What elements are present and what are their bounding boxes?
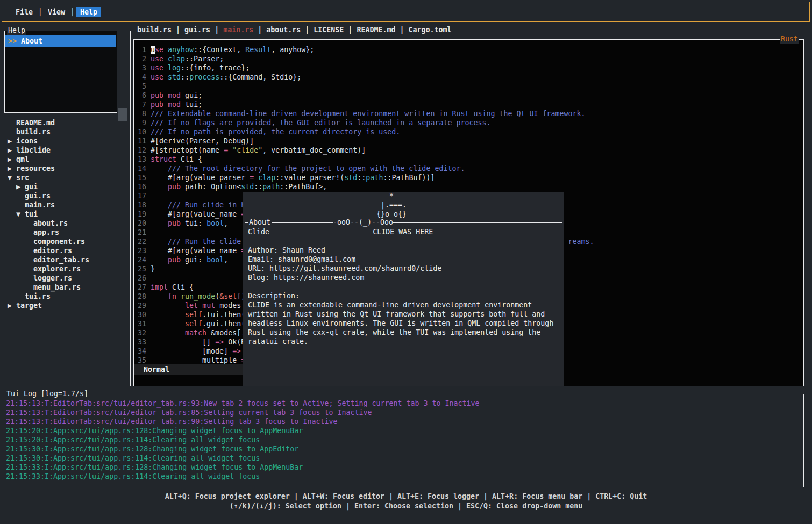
- explorer-item-label: libclide: [16, 146, 51, 154]
- log-lines[interactable]: 21:15:13:T:EditorTab:src/tui/editor_tab.…: [6, 399, 480, 481]
- explorer-item-main.rs[interactable]: main.rs: [8, 200, 89, 210]
- tab-gui.rs[interactable]: gui.rs: [184, 26, 210, 34]
- explorer-item-component.rs[interactable]: component.rs: [8, 237, 89, 246]
- explorer-item-tui[interactable]: ▼ tui: [8, 210, 89, 219]
- menu-item-view[interactable]: View: [44, 7, 69, 17]
- chevron-right-icon: ▶: [8, 146, 16, 154]
- explorer-item-label: menu_bar.rs: [33, 283, 81, 291]
- tab-build.rs[interactable]: build.rs: [137, 26, 172, 34]
- log-entry: 21:15:13:T:EditorTab:src/tui/editor_tab.…: [6, 399, 480, 408]
- tab-README.md[interactable]: README.md: [357, 26, 395, 34]
- explorer-item-icons[interactable]: ▶ icons: [8, 137, 89, 146]
- tab-main.rs[interactable]: main.rs: [223, 26, 253, 34]
- explorer-scrollbar-thumb[interactable]: [118, 108, 127, 121]
- menu-bar-items: File│View│Help: [12, 7, 101, 17]
- chevron-down-icon: ▼: [16, 210, 25, 218]
- code-line-8: 8 /// Extendable command-line driven dev…: [138, 109, 594, 118]
- code-line-4: 4 use std::process::{Command, Stdio};: [138, 73, 594, 82]
- tab-Cargo.toml[interactable]: Cargo.toml: [408, 26, 451, 34]
- explorer-item-resources[interactable]: ▶ resources: [8, 164, 89, 173]
- explorer-item-qml[interactable]: ▶ qml: [8, 155, 89, 164]
- explorer-item-label: src: [16, 174, 29, 182]
- explorer-item-label: tui.rs: [25, 292, 51, 300]
- code-line-12: 12 #[structopt(name = "clide", verbatim_…: [138, 146, 594, 155]
- explorer-item-label: tui: [25, 210, 38, 218]
- explorer-item-libclide[interactable]: ▶ libclide: [8, 146, 89, 155]
- menu-item-help[interactable]: Help: [76, 7, 101, 17]
- log-entry: 21:15:33:I:App:src/tui/app.rs:128:Changi…: [6, 463, 480, 472]
- chevron-right-icon: ▶: [8, 164, 16, 173]
- editor-tab-bar: build.rs | gui.rs | main.rs | about.rs |…: [137, 26, 452, 35]
- tui-log-panel: Tui Log [log=1.7/s] 21:15:13:T:EditorTab…: [2, 394, 804, 487]
- selection-arrows-icon: >>: [8, 37, 21, 45]
- menu-separator: │: [70, 8, 75, 16]
- tab-LICENSE[interactable]: LICENSE: [314, 26, 344, 34]
- explorer-item-build.rs[interactable]: build.rs: [8, 127, 89, 137]
- explorer-item-label: main.rs: [25, 201, 55, 209]
- code-line-9: 9 /// If no flags are provided, the GUI …: [138, 118, 594, 127]
- menu-separator: │: [38, 8, 42, 16]
- explorer-item-editor.rs[interactable]: editor.rs: [8, 246, 89, 255]
- about-ascii-banner: -ooO--(_)--Ooo: [333, 218, 393, 227]
- explorer-item-label: explorer.rs: [33, 265, 81, 273]
- keyboard-shortcuts-bar: ALT+Q: Focus project explorer | ALT+W: F…: [0, 492, 812, 511]
- explorer-tree[interactable]: README.md build.rs▶ icons▶ libclide▶ qml…: [8, 118, 89, 310]
- tab-separator: |: [344, 26, 357, 34]
- tab-separator: |: [172, 26, 184, 34]
- tab-separator: |: [301, 26, 314, 34]
- tab-separator: |: [210, 26, 223, 34]
- log-entry: 21:15:13:T:EditorTab:src/tui/editor_tab.…: [6, 417, 480, 426]
- shortcuts-line-1: ALT+Q: Focus project explorer | ALT+W: F…: [0, 492, 812, 501]
- code-line-2: 2 use clap::Parser;: [138, 54, 594, 63]
- tab-about.rs[interactable]: about.rs: [266, 26, 301, 34]
- chevron-down-icon: ▼: [8, 174, 16, 182]
- explorer-item-about.rs[interactable]: about.rs: [8, 219, 89, 228]
- explorer-item-label: qml: [16, 155, 29, 163]
- code-line-15: 15 #[arg(value_parser = clap::value_pars…: [138, 173, 594, 182]
- chevron-right-icon: ▶: [8, 137, 16, 145]
- explorer-item-README.md[interactable]: README.md: [8, 118, 89, 127]
- explorer-item-label: about.rs: [33, 219, 68, 227]
- explorer-item-explorer.rs[interactable]: explorer.rs: [8, 264, 89, 274]
- help-dropdown-menu: Help >> About: [4, 31, 117, 113]
- chevron-right-icon: ▶: [8, 302, 16, 310]
- tab-separator: |: [253, 26, 266, 34]
- log-entry: 21:15:13:T:EditorTab:src/tui/editor_tab.…: [6, 408, 480, 417]
- tui-log-title: Tui Log [log=1.7/s]: [5, 390, 89, 398]
- log-entry: 21:15:30:I:App:src/tui/app.rs:128:Changi…: [6, 444, 480, 454]
- code-line-13: 13 struct Cli {: [138, 155, 594, 164]
- code-line-7: 7 pub mod tui;: [138, 100, 594, 109]
- explorer-item-label: build.rs: [16, 128, 51, 136]
- explorer-item-label: resources: [16, 164, 55, 173]
- code-line-11: 11 #[derive(Parser, Debug)]: [138, 137, 594, 146]
- explorer-item-label: gui.rs: [25, 192, 51, 200]
- explorer-item-label: app.rs: [33, 228, 59, 236]
- explorer-item-gui.rs[interactable]: gui.rs: [8, 191, 89, 200]
- explorer-item-editor_tab.rs[interactable]: editor_tab.rs: [8, 255, 89, 264]
- about-dialog-box: About -ooO--(_)--Ooo Clide CLIDE WAS HER…: [245, 222, 562, 386]
- explorer-item-logger.rs[interactable]: logger.rs: [8, 274, 89, 283]
- code-line-3: 3 use log::{info, trace};: [138, 63, 594, 73]
- explorer-item-label: gui: [25, 183, 38, 191]
- explorer-item-src[interactable]: ▼ src: [8, 173, 89, 182]
- explorer-item-app.rs[interactable]: app.rs: [8, 228, 89, 237]
- explorer-item-menu_bar.rs[interactable]: menu_bar.rs: [8, 283, 89, 292]
- code-line-6: 6 pub mod gui;: [138, 91, 594, 100]
- code-line-10: 10 /// If no path is provided, the curre…: [138, 127, 594, 137]
- explorer-item-gui[interactable]: ▶ gui: [8, 182, 89, 191]
- explorer-item-target[interactable]: ▶ target: [8, 301, 89, 310]
- log-entry: 21:15:20:I:App:src/tui/app.rs:128:Changi…: [6, 426, 480, 435]
- tab-separator: |: [395, 26, 408, 34]
- editor-mode-bar: Normal: [134, 364, 244, 375]
- log-entry: 21:15:30:I:App:src/tui/app.rs:114:Cleari…: [6, 454, 480, 463]
- help-menu-item-about[interactable]: >> About: [5, 35, 116, 47]
- menu-item-file[interactable]: File: [12, 7, 37, 17]
- code-line-14: 14 /// The root directory for the projec…: [138, 164, 594, 173]
- explorer-item-label: icons: [16, 137, 38, 145]
- code-line-16: 16 pub path: Option<std::path::PathBuf>,: [138, 182, 594, 191]
- shortcuts-line-2: (↑/k)/(↓/j): Select option | Enter: Choo…: [0, 501, 812, 511]
- explorer-item-tui.rs[interactable]: tui.rs: [8, 292, 89, 301]
- log-entry: 21:15:33:I:App:src/tui/app.rs:114:Cleari…: [6, 472, 480, 481]
- explorer-item-label: editor_tab.rs: [33, 256, 89, 264]
- about-ascii-art: * |.===. {}o o{}: [376, 191, 407, 219]
